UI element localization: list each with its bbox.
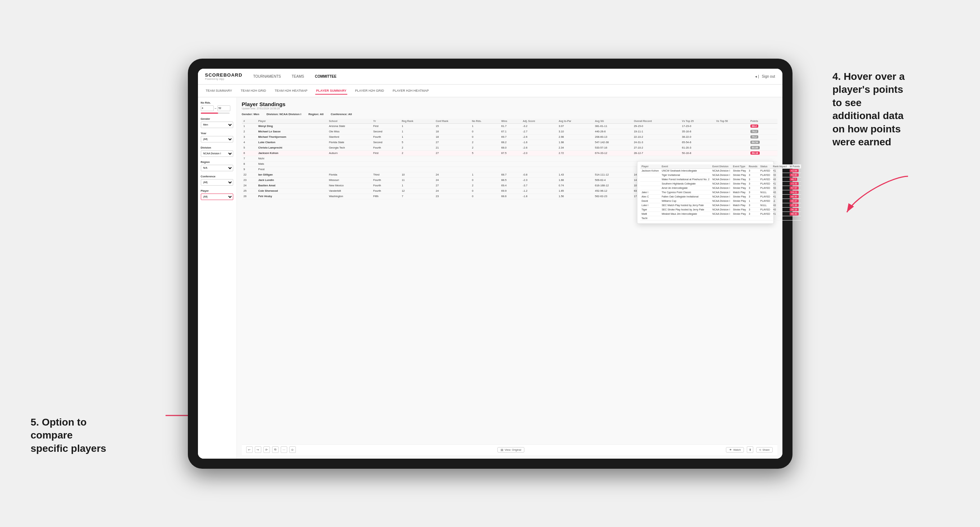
cell-points[interactable] [749, 156, 777, 161]
cell-vs50 [714, 150, 749, 156]
cell-rank: 23 [242, 177, 257, 183]
undo-button[interactable]: ↩ [246, 446, 253, 453]
tooltip-cell-type: Stroke Play [732, 186, 748, 190]
points-badge[interactable]: 70.2 [750, 135, 758, 138]
cell-reg-rank: 2 [400, 150, 434, 156]
tooltip-cell-event: Tiger Invitational [660, 173, 711, 177]
filter-division-select[interactable]: NCAA Division I [201, 150, 233, 157]
cell-adj-score: -2.6 [521, 145, 557, 150]
table-row[interactable]: 6 Jackson Kohon Auburn First 2 27 5 87.5… [242, 150, 777, 156]
clock-button[interactable]: ⊙ [290, 446, 296, 453]
col-school: School [327, 119, 371, 124]
cell-points[interactable]: 70.2 [749, 134, 777, 140]
toolbar-center: ▤ View: Original [497, 447, 524, 452]
nav-tournaments[interactable]: TOURNAMENTS [253, 74, 281, 79]
cell-wins: 68.6 [500, 194, 521, 199]
tab-player-h2h-grid[interactable]: PLAYER H2H GRID [355, 87, 385, 95]
cell-reg-rank [400, 167, 434, 172]
tooltip-cell-status: PLAYED [759, 194, 772, 198]
tooltip-table-body: Jackson Kohon UNCW Seahawk Intercollegia… [640, 168, 777, 220]
points-badge[interactable]: 68.18 [750, 151, 760, 155]
cell-vs25: 65-54-6 [680, 140, 714, 145]
share-button[interactable]: ⎋ Share [756, 447, 773, 452]
table-row[interactable]: 2 Michael Le Sasse Ole Miss Second 1 18 … [242, 129, 777, 134]
filter-gender-select[interactable]: Men Women [201, 122, 233, 128]
tab-player-summary[interactable]: PLAYER SUMMARY [315, 87, 347, 95]
cell-points[interactable]: 88.2 [749, 124, 777, 129]
cell-points[interactable]: 68.54 [749, 140, 777, 145]
filter-pill-region-text: Region: All [309, 113, 323, 116]
annotation-2-text: 5. Option to compare specific players [30, 417, 106, 454]
cell-rank: 2 [242, 129, 257, 134]
download-button[interactable]: ⬇ [747, 446, 753, 453]
cell-adj-score: -2.0 [521, 150, 557, 156]
nav-committee[interactable]: COMMITTEE [315, 74, 337, 79]
table-row[interactable]: 3 Michael Thorbjornsen Stanford Fourth 1… [242, 134, 777, 140]
table-row[interactable]: 4 Luke Clanton Florida State Second 5 27… [242, 140, 777, 145]
tab-team-h2h-heatmap[interactable]: TEAM H2H HEATMAP [274, 87, 308, 95]
filter-conference-select[interactable]: (All) [201, 179, 233, 186]
filter-region-select[interactable]: N/A [201, 165, 233, 171]
cell-rank: 9 [242, 167, 257, 172]
cell-points[interactable]: 68.18 [749, 150, 777, 156]
cell-conf-rank: 27 [434, 150, 470, 156]
tooltip-cell-rank: +0 [772, 173, 777, 177]
tooltip-cell-rank: +0 [772, 203, 777, 207]
cell-rds: 1 [470, 124, 499, 129]
sign-out-link[interactable]: Sign out [762, 75, 775, 78]
cell-reg-rank: 11 [400, 177, 434, 183]
logo-text: SCOREBOARD [205, 72, 243, 78]
refresh-button[interactable]: ⟳ [263, 446, 270, 453]
cell-school: New Mexico [327, 183, 371, 188]
cell-player: Michael Le Sasse [256, 129, 327, 134]
cell-yr: Fourth [371, 183, 400, 188]
points-badge[interactable]: 68.54 [750, 141, 760, 144]
cell-rank: 5 [242, 145, 257, 150]
redo-button[interactable]: ↪ [255, 446, 261, 453]
tooltip-cell-status: PLAYED [759, 198, 772, 203]
cell-conf-rank: 15 [434, 124, 470, 129]
cell-wins: 68.7 [500, 172, 521, 177]
table-row[interactable]: 1 Wenyi Ding Arizona State First 1 15 1 … [242, 124, 777, 129]
points-badge[interactable]: 76.2 [750, 130, 758, 133]
tab-team-h2h-grid[interactable]: TEAM H2H GRID [240, 87, 267, 95]
points-badge[interactable]: 88.2 [750, 124, 758, 128]
bottom-toolbar: ↩ ↪ ⟳ ⧉ ⋯ ⊙ ▤ View: Original [242, 444, 777, 455]
tooltip-cell-rank: +1 [772, 211, 777, 216]
cell-points[interactable]: 60.89 [749, 145, 777, 150]
view-original-button[interactable]: ▤ View: Original [497, 447, 524, 452]
filter-no-rds-slider[interactable] [201, 113, 230, 114]
watch-button[interactable]: 👁 Watch [726, 447, 744, 452]
tab-team-summary[interactable]: TEAM SUMMARY [205, 87, 233, 95]
cell-points[interactable]: 76.2 [749, 129, 777, 134]
filter-region: Region N/A [201, 160, 234, 171]
filter-no-rds-to[interactable] [217, 105, 230, 111]
cell-adj-score [521, 167, 557, 172]
nav-teams[interactable]: TEAMS [291, 74, 304, 79]
tooltip-cell-type: Stroke Play [732, 198, 748, 203]
cell-reg-rank: 1 [400, 129, 434, 134]
tooltip-cell-division: NCAA Division I [711, 198, 731, 203]
tab-player-h2h-heatmap[interactable]: PLAYER H2H HEATMAP [392, 87, 430, 95]
cell-rds: 5 [470, 150, 499, 156]
filter-year-select[interactable]: (All) [201, 136, 233, 143]
tooltip-cell-type: Stroke Play [732, 181, 748, 186]
cell-to-par: 0.74 [557, 183, 593, 188]
filter-no-rds-label: No Rds. [201, 101, 234, 104]
points-badge[interactable]: 60.89 [750, 146, 760, 149]
tooltip-cell-division: NCAA Division I [711, 211, 731, 216]
table-row[interactable]: 7 Nichi [242, 156, 777, 161]
filter-player-select[interactable]: (All) [201, 194, 233, 200]
col-adj-score: Adj. Score [521, 119, 557, 124]
cell-rank: 24 [242, 183, 257, 188]
filter-no-rds-from[interactable] [201, 105, 214, 111]
copy-button[interactable]: ⧉ [272, 446, 278, 453]
table-row[interactable]: 5 Christo Lamprecht Georgia Tech Fourth … [242, 145, 777, 150]
cell-school [327, 161, 371, 167]
cell-reg-rank: 12 [400, 188, 434, 194]
tooltip-row: Mattl Mirabel Maui Jim Intercollegiate N… [640, 211, 777, 216]
tooltip-cell-event: The Cypress Point Classic [660, 190, 711, 194]
cell-rds: 0 [470, 177, 499, 183]
filter-region-label: Region [201, 160, 234, 163]
more-button[interactable]: ⋯ [281, 446, 287, 453]
